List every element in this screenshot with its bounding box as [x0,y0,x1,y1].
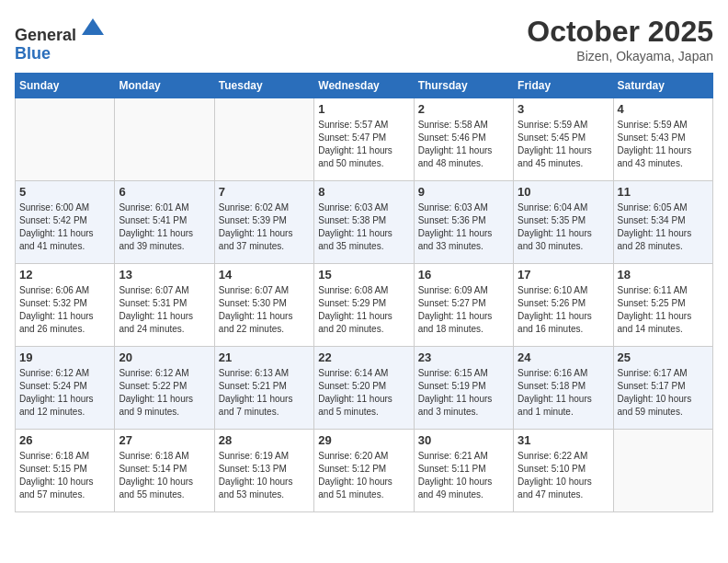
day-info: Sunrise: 6:19 AM Sunset: 5:13 PM Dayligh… [219,450,310,501]
page-header: General Blue October 2025 Bizen, Okayama… [15,15,713,63]
day-info: Sunrise: 6:16 AM Sunset: 5:18 PM Dayligh… [518,367,609,419]
day-number: 17 [518,268,609,282]
calendar-cell: 2Sunrise: 5:58 AM Sunset: 5:46 PM Daylig… [414,98,513,181]
day-info: Sunrise: 5:57 AM Sunset: 5:47 PM Dayligh… [318,119,409,170]
day-info: Sunrise: 5:59 AM Sunset: 5:43 PM Dayligh… [618,119,709,170]
weekday-header-saturday: Saturday [613,74,712,98]
calendar-cell [115,98,214,181]
calendar-cell: 8Sunrise: 6:03 AM Sunset: 5:38 PM Daylig… [314,181,414,264]
calendar-cell: 31Sunrise: 6:22 AM Sunset: 5:10 PM Dayli… [514,430,613,512]
weekday-header-monday: Monday [115,74,214,98]
day-info: Sunrise: 6:10 AM Sunset: 5:26 PM Dayligh… [518,284,609,336]
calendar-cell: 28Sunrise: 6:19 AM Sunset: 5:13 PM Dayli… [214,430,313,512]
calendar-week-row: 26Sunrise: 6:18 AM Sunset: 5:15 PM Dayli… [16,430,713,512]
day-number: 6 [119,185,210,199]
calendar-cell: 9Sunrise: 6:03 AM Sunset: 5:36 PM Daylig… [414,181,513,264]
day-number: 26 [19,433,110,447]
calendar-cell: 27Sunrise: 6:18 AM Sunset: 5:14 PM Dayli… [115,430,214,512]
day-info: Sunrise: 6:03 AM Sunset: 5:36 PM Dayligh… [418,201,509,253]
day-number: 7 [219,185,310,199]
logo-blue: Blue [15,44,51,63]
day-info: Sunrise: 6:07 AM Sunset: 5:31 PM Dayligh… [119,284,210,336]
day-number: 16 [418,268,509,282]
day-info: Sunrise: 6:05 AM Sunset: 5:34 PM Dayligh… [618,201,709,253]
calendar-week-row: 1Sunrise: 5:57 AM Sunset: 5:47 PM Daylig… [16,98,713,181]
day-info: Sunrise: 6:09 AM Sunset: 5:27 PM Dayligh… [418,284,509,336]
day-number: 1 [318,102,409,116]
calendar-cell: 13Sunrise: 6:07 AM Sunset: 5:31 PM Dayli… [115,264,214,347]
calendar-cell: 18Sunrise: 6:11 AM Sunset: 5:25 PM Dayli… [613,264,712,347]
month-title: October 2025 [527,15,713,49]
weekday-header-row: SundayMondayTuesdayWednesdayThursdayFrid… [16,74,713,98]
day-number: 29 [318,433,409,447]
day-number: 24 [518,350,609,364]
day-number: 11 [618,185,709,199]
logo-icon [80,15,106,40]
day-number: 23 [418,350,509,364]
calendar-cell: 29Sunrise: 6:20 AM Sunset: 5:12 PM Dayli… [314,430,414,512]
calendar-cell: 24Sunrise: 6:16 AM Sunset: 5:18 PM Dayli… [514,347,613,430]
day-number: 5 [19,185,110,199]
calendar-week-row: 12Sunrise: 6:06 AM Sunset: 5:32 PM Dayli… [16,264,713,347]
day-number: 15 [318,268,409,282]
title-block: October 2025 Bizen, Okayama, Japan [527,15,713,63]
day-info: Sunrise: 5:58 AM Sunset: 5:46 PM Dayligh… [418,119,509,170]
day-info: Sunrise: 6:18 AM Sunset: 5:14 PM Dayligh… [119,450,210,501]
calendar-week-row: 5Sunrise: 6:00 AM Sunset: 5:42 PM Daylig… [16,181,713,264]
calendar-cell: 15Sunrise: 6:08 AM Sunset: 5:29 PM Dayli… [314,264,414,347]
day-info: Sunrise: 6:01 AM Sunset: 5:41 PM Dayligh… [119,201,210,253]
weekday-header-thursday: Thursday [414,74,513,98]
day-info: Sunrise: 6:13 AM Sunset: 5:21 PM Dayligh… [219,367,310,419]
day-info: Sunrise: 6:22 AM Sunset: 5:10 PM Dayligh… [518,450,609,501]
day-info: Sunrise: 6:06 AM Sunset: 5:32 PM Dayligh… [19,284,110,336]
logo: General Blue [15,15,106,63]
day-info: Sunrise: 6:00 AM Sunset: 5:42 PM Dayligh… [19,201,110,253]
calendar-cell: 30Sunrise: 6:21 AM Sunset: 5:11 PM Dayli… [414,430,513,512]
day-info: Sunrise: 6:08 AM Sunset: 5:29 PM Dayligh… [318,284,409,336]
calendar-cell: 1Sunrise: 5:57 AM Sunset: 5:47 PM Daylig… [314,98,414,181]
calendar-cell: 12Sunrise: 6:06 AM Sunset: 5:32 PM Dayli… [16,264,115,347]
calendar-table: SundayMondayTuesdayWednesdayThursdayFrid… [15,73,713,512]
day-info: Sunrise: 6:15 AM Sunset: 5:19 PM Dayligh… [418,367,509,419]
day-info: Sunrise: 6:03 AM Sunset: 5:38 PM Dayligh… [318,201,409,253]
day-number: 12 [19,268,110,282]
day-info: Sunrise: 5:59 AM Sunset: 5:45 PM Dayligh… [518,119,609,170]
calendar-cell: 14Sunrise: 6:07 AM Sunset: 5:30 PM Dayli… [214,264,313,347]
calendar-cell: 25Sunrise: 6:17 AM Sunset: 5:17 PM Dayli… [613,347,712,430]
calendar-cell: 16Sunrise: 6:09 AM Sunset: 5:27 PM Dayli… [414,264,513,347]
day-info: Sunrise: 6:07 AM Sunset: 5:30 PM Dayligh… [219,284,310,336]
day-number: 2 [418,102,509,116]
day-number: 18 [618,268,709,282]
calendar-cell: 7Sunrise: 6:02 AM Sunset: 5:39 PM Daylig… [214,181,313,264]
svg-marker-0 [82,18,104,35]
day-number: 28 [219,433,310,447]
calendar-cell: 5Sunrise: 6:00 AM Sunset: 5:42 PM Daylig… [16,181,115,264]
day-info: Sunrise: 6:11 AM Sunset: 5:25 PM Dayligh… [618,284,709,336]
calendar-cell: 10Sunrise: 6:04 AM Sunset: 5:35 PM Dayli… [514,181,613,264]
day-info: Sunrise: 6:18 AM Sunset: 5:15 PM Dayligh… [19,450,110,501]
weekday-header-sunday: Sunday [16,74,115,98]
day-info: Sunrise: 6:04 AM Sunset: 5:35 PM Dayligh… [518,201,609,253]
calendar-cell [613,430,712,512]
calendar-cell: 3Sunrise: 5:59 AM Sunset: 5:45 PM Daylig… [514,98,613,181]
day-number: 9 [418,185,509,199]
day-number: 4 [618,102,709,116]
day-number: 25 [618,350,709,364]
calendar-week-row: 19Sunrise: 6:12 AM Sunset: 5:24 PM Dayli… [16,347,713,430]
day-number: 31 [518,433,609,447]
calendar-cell: 20Sunrise: 6:12 AM Sunset: 5:22 PM Dayli… [115,347,214,430]
weekday-header-wednesday: Wednesday [314,74,414,98]
day-number: 20 [119,350,210,364]
day-info: Sunrise: 6:12 AM Sunset: 5:22 PM Dayligh… [119,367,210,419]
day-number: 19 [19,350,110,364]
calendar-cell: 17Sunrise: 6:10 AM Sunset: 5:26 PM Dayli… [514,264,613,347]
day-info: Sunrise: 6:14 AM Sunset: 5:20 PM Dayligh… [318,367,409,419]
logo-general: General [15,26,76,44]
calendar-cell [214,98,313,181]
day-info: Sunrise: 6:17 AM Sunset: 5:17 PM Dayligh… [618,367,709,419]
calendar-cell: 21Sunrise: 6:13 AM Sunset: 5:21 PM Dayli… [214,347,313,430]
calendar-cell: 6Sunrise: 6:01 AM Sunset: 5:41 PM Daylig… [115,181,214,264]
calendar-cell: 11Sunrise: 6:05 AM Sunset: 5:34 PM Dayli… [613,181,712,264]
calendar-cell: 23Sunrise: 6:15 AM Sunset: 5:19 PM Dayli… [414,347,513,430]
day-info: Sunrise: 6:02 AM Sunset: 5:39 PM Dayligh… [219,201,310,253]
